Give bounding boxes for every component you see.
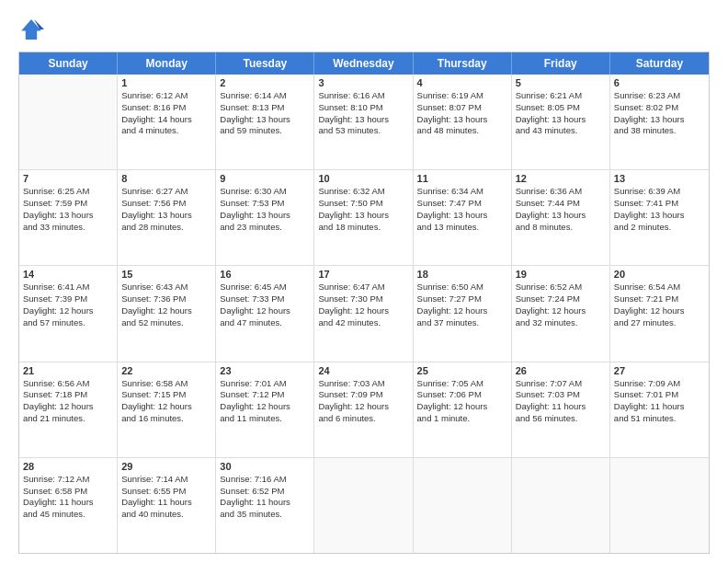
- day-number: 23: [220, 365, 310, 376]
- day-cell-10: 10Sunrise: 6:32 AMSunset: 7:50 PMDayligh…: [314, 170, 413, 265]
- cell-info-line: and 38 minutes.: [614, 125, 705, 137]
- cell-info-line: Daylight: 13 hours: [417, 210, 507, 222]
- header-day-sunday: Sunday: [19, 52, 118, 75]
- cell-info-line: Sunrise: 6:47 AM: [318, 282, 408, 293]
- day-number: 2: [220, 77, 310, 88]
- empty-cell: [314, 458, 413, 553]
- day-number: 30: [220, 461, 310, 472]
- day-cell-22: 22Sunrise: 6:58 AMSunset: 7:15 PMDayligh…: [118, 362, 216, 457]
- day-cell-13: 13Sunrise: 6:39 AMSunset: 7:41 PMDayligh…: [610, 170, 709, 265]
- day-cell-28: 28Sunrise: 7:12 AMSunset: 6:58 PMDayligh…: [19, 458, 118, 553]
- cell-info-line: and 59 minutes.: [220, 125, 310, 137]
- cell-info-line: Daylight: 11 hours: [516, 401, 606, 413]
- cell-info-line: and 33 minutes.: [23, 222, 113, 234]
- day-cell-20: 20Sunrise: 6:54 AMSunset: 7:21 PMDayligh…: [610, 266, 709, 361]
- cell-info-line: Sunrise: 6:30 AM: [220, 186, 310, 198]
- cell-info-line: Sunset: 8:05 PM: [516, 102, 606, 114]
- cell-info-line: and 8 minutes.: [516, 222, 606, 234]
- page: SundayMondayTuesdayWednesdayThursdayFrid…: [0, 0, 728, 563]
- cell-info-line: and 28 minutes.: [121, 222, 211, 234]
- cell-info-line: Sunset: 8:16 PM: [121, 102, 211, 114]
- cell-info-line: and 21 minutes.: [23, 413, 113, 425]
- day-cell-29: 29Sunrise: 7:14 AMSunset: 6:55 PMDayligh…: [118, 458, 216, 553]
- day-cell-21: 21Sunrise: 6:56 AMSunset: 7:18 PMDayligh…: [19, 362, 118, 457]
- cell-info-line: Sunset: 6:55 PM: [121, 486, 211, 498]
- cell-info-line: and 56 minutes.: [516, 413, 606, 425]
- logo: [18, 17, 48, 42]
- day-number: 8: [121, 173, 211, 184]
- cell-info-line: Daylight: 12 hours: [121, 401, 211, 413]
- day-cell-1: 1Sunrise: 6:12 AMSunset: 8:16 PMDaylight…: [118, 75, 216, 169]
- day-cell-7: 7Sunrise: 6:25 AMSunset: 7:59 PMDaylight…: [19, 170, 118, 265]
- cell-info-line: Sunrise: 6:50 AM: [417, 282, 507, 293]
- cell-info-line: Sunset: 7:41 PM: [614, 198, 705, 210]
- day-cell-4: 4Sunrise: 6:19 AMSunset: 8:07 PMDaylight…: [414, 75, 512, 169]
- cell-info-line: Daylight: 12 hours: [417, 401, 507, 413]
- cell-info-line: Daylight: 11 hours: [614, 401, 705, 413]
- cell-info-line: Sunrise: 6:36 AM: [516, 186, 606, 198]
- header-day-tuesday: Tuesday: [216, 52, 314, 75]
- cell-info-line: Daylight: 13 hours: [614, 114, 705, 126]
- cell-info-line: and 1 minute.: [417, 413, 507, 425]
- cell-info-line: Sunset: 7:44 PM: [516, 198, 606, 210]
- calendar-row-2: 14Sunrise: 6:41 AMSunset: 7:39 PMDayligh…: [19, 266, 709, 362]
- day-cell-6: 6Sunrise: 6:23 AMSunset: 8:02 PMDaylight…: [610, 75, 709, 169]
- cell-info-line: Daylight: 12 hours: [318, 401, 408, 413]
- header: [18, 17, 710, 42]
- cell-info-line: Sunset: 8:07 PM: [417, 102, 507, 114]
- cell-info-line: and 32 minutes.: [516, 317, 606, 329]
- cell-info-line: and 4 minutes.: [121, 125, 211, 137]
- day-cell-15: 15Sunrise: 6:43 AMSunset: 7:36 PMDayligh…: [118, 266, 216, 361]
- cell-info-line: Sunset: 8:02 PM: [614, 102, 705, 114]
- day-number: 10: [318, 173, 408, 184]
- cell-info-line: and 11 minutes.: [220, 413, 310, 425]
- cell-info-line: and 52 minutes.: [121, 317, 211, 329]
- cell-info-line: and 47 minutes.: [220, 317, 310, 329]
- cell-info-line: and 35 minutes.: [220, 509, 310, 521]
- cell-info-line: and 45 minutes.: [23, 509, 113, 521]
- cell-info-line: Daylight: 12 hours: [516, 305, 606, 317]
- header-day-wednesday: Wednesday: [314, 52, 413, 75]
- cell-info-line: and 27 minutes.: [614, 317, 705, 329]
- day-number: 18: [417, 269, 507, 280]
- cell-info-line: Sunset: 7:27 PM: [417, 293, 507, 305]
- cell-info-line: and 43 minutes.: [516, 125, 606, 137]
- svg-marker-0: [21, 19, 41, 40]
- cell-info-line: Daylight: 13 hours: [318, 210, 408, 222]
- cell-info-line: and 23 minutes.: [220, 222, 310, 234]
- cell-info-line: Daylight: 13 hours: [220, 210, 310, 222]
- cell-info-line: Sunrise: 6:54 AM: [614, 282, 705, 293]
- cell-info-line: Sunrise: 6:23 AM: [614, 90, 705, 102]
- cell-info-line: and 40 minutes.: [121, 509, 211, 521]
- cell-info-line: and 57 minutes.: [23, 317, 113, 329]
- cell-info-line: Sunrise: 6:27 AM: [121, 186, 211, 198]
- cell-info-line: Sunset: 7:53 PM: [220, 198, 310, 210]
- cell-info-line: Sunrise: 6:39 AM: [614, 186, 705, 198]
- cell-info-line: Sunrise: 6:16 AM: [318, 90, 408, 102]
- day-cell-5: 5Sunrise: 6:21 AMSunset: 8:05 PMDaylight…: [512, 75, 610, 169]
- cell-info-line: and 37 minutes.: [417, 317, 507, 329]
- cell-info-line: Sunset: 7:33 PM: [220, 293, 310, 305]
- day-cell-30: 30Sunrise: 7:16 AMSunset: 6:52 PMDayligh…: [216, 458, 314, 553]
- cell-info-line: Daylight: 11 hours: [23, 497, 113, 509]
- cell-info-line: Sunset: 7:15 PM: [121, 389, 211, 401]
- cell-info-line: Daylight: 12 hours: [121, 305, 211, 317]
- day-number: 4: [417, 77, 507, 88]
- day-cell-11: 11Sunrise: 6:34 AMSunset: 7:47 PMDayligh…: [414, 170, 512, 265]
- cell-info-line: Sunrise: 6:21 AM: [516, 90, 606, 102]
- cell-info-line: Sunrise: 6:58 AM: [121, 378, 211, 390]
- day-cell-24: 24Sunrise: 7:03 AMSunset: 7:09 PMDayligh…: [314, 362, 413, 457]
- cell-info-line: Daylight: 13 hours: [516, 210, 606, 222]
- day-number: 7: [23, 173, 113, 184]
- cell-info-line: Sunrise: 7:01 AM: [220, 378, 310, 390]
- day-number: 17: [318, 269, 408, 280]
- calendar-row-4: 28Sunrise: 7:12 AMSunset: 6:58 PMDayligh…: [19, 458, 709, 553]
- day-number: 19: [516, 269, 606, 280]
- cell-info-line: Sunset: 7:47 PM: [417, 198, 507, 210]
- day-cell-25: 25Sunrise: 7:05 AMSunset: 7:06 PMDayligh…: [414, 362, 512, 457]
- cell-info-line: Daylight: 14 hours: [121, 114, 211, 126]
- day-cell-8: 8Sunrise: 6:27 AMSunset: 7:56 PMDaylight…: [118, 170, 216, 265]
- calendar-row-3: 21Sunrise: 6:56 AMSunset: 7:18 PMDayligh…: [19, 362, 709, 458]
- cell-info-line: and 42 minutes.: [318, 317, 408, 329]
- day-number: 21: [23, 365, 113, 376]
